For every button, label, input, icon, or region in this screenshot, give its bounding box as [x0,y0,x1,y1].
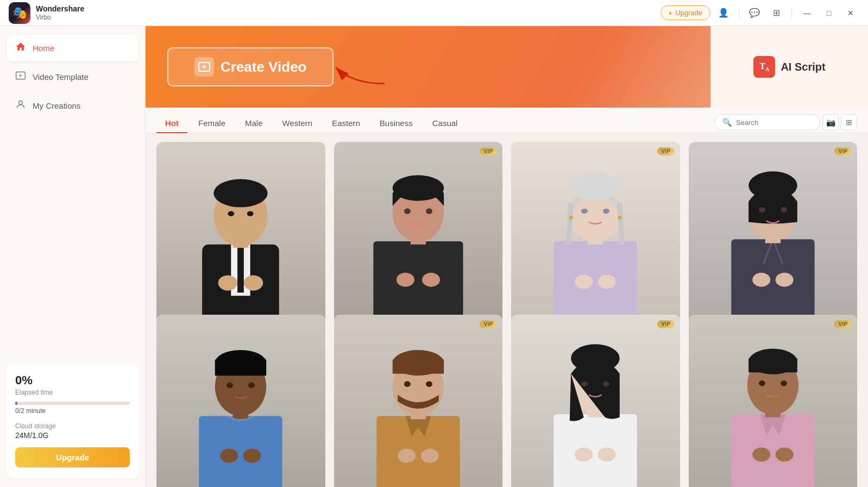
avatar-image-marcus [156,315,325,488]
progress-bar-fill [15,402,17,405]
hero-banner: Create Video TA AI Script [146,26,868,108]
close-button[interactable]: ✕ [842,4,859,22]
app-name-group: Wondershare Virbo [36,4,84,21]
avatar-card-marcus[interactable] [156,315,325,488]
svg-point-20 [393,175,444,201]
svg-point-79 [775,447,793,461]
svg-rect-63 [554,414,637,487]
svg-point-22 [426,208,432,214]
storage-label: Cloud storage [15,422,130,430]
svg-point-41 [759,207,765,213]
upgrade-button[interactable]: ♦ Upgrade [661,5,710,20]
tab-eastern[interactable]: Eastern [323,114,369,133]
divider2 [791,8,792,18]
svg-point-52 [220,448,238,463]
view-toggle: 📷 ⊞ [822,114,857,130]
title-bar-actions: ♦ Upgrade 👤 💬 ⊞ — □ ✕ [661,4,859,22]
tab-hot[interactable]: Hot [156,114,187,133]
svg-point-29 [581,209,588,214]
app-branding: 🎭 Wondershare Virbo [9,2,84,24]
svg-point-24 [422,273,440,287]
diamond-icon: ♦ [669,9,672,17]
sidebar-item-video-template[interactable]: Video Template [7,64,139,90]
svg-point-28 [571,173,620,201]
svg-rect-9 [237,248,244,293]
avatar-card-raj[interactable]: VIP [689,315,858,488]
vip-badge-raj: VIP [834,320,852,328]
ai-script-button[interactable]: TA AI Script [753,56,825,78]
maximize-button[interactable]: □ [820,4,838,22]
chat-icon-btn[interactable]: 💬 [746,4,763,22]
create-video-button[interactable]: Create Video [167,47,334,86]
svg-point-60 [426,381,432,387]
progress-bar-wrap [15,402,130,405]
avatar-card-alex[interactable]: VIP [334,315,503,488]
svg-point-23 [397,273,414,287]
grid-view-btn[interactable]: ⊞ [841,114,857,130]
create-video-label: Create Video [221,59,306,76]
svg-point-31 [569,216,573,220]
tab-female-label: Female [198,118,225,128]
avatar-image-alex [334,315,503,488]
my-creations-label: My Creations [33,101,80,110]
avatar-card-emma[interactable]: VIP [511,315,680,488]
avatar-image-sofia-staff [334,142,503,321]
svg-point-33 [575,274,593,289]
tabs-bar: Hot Female Male Western Eastern Business… [146,108,868,133]
sidebar-item-home[interactable]: Home [7,35,139,61]
ai-script-label: AI Script [781,61,825,73]
svg-point-69 [575,447,593,461]
tab-female[interactable]: Female [190,114,234,133]
progress-time: 0/2 minute [15,407,130,415]
svg-point-68 [603,381,609,386]
vip-badge-sofia-fashion: VIP [834,147,852,155]
upgrade-label: Upgrade [675,9,702,17]
svg-point-15 [218,275,237,290]
minimize-button[interactable]: — [798,4,816,22]
app-name: Wondershare [36,4,84,14]
svg-point-67 [581,381,588,386]
ai-script-panel[interactable]: TA AI Script [710,26,868,108]
tab-western[interactable]: Western [274,114,322,133]
search-box: 🔍 [714,114,820,130]
sidebar-stats-card: 0% Elapsed time 0/2 minute Cloud storage… [7,363,139,478]
svg-rect-49 [215,359,266,375]
tab-business[interactable]: Business [371,114,422,133]
svg-point-70 [598,447,616,461]
elapsed-percent: 0% [15,373,130,388]
svg-point-53 [243,448,261,463]
svg-point-34 [598,274,616,289]
avatar-image-yaowen [156,142,325,321]
svg-point-51 [248,382,255,388]
home-icon [15,41,26,55]
tab-casual[interactable]: Casual [424,114,467,133]
svg-rect-35 [731,239,814,321]
avatar-image-lily [511,142,680,321]
elapsed-label: Elapsed time [15,389,130,396]
search-input[interactable] [736,118,812,127]
avatar-image-raj [689,315,858,488]
tab-male[interactable]: Male [236,114,272,133]
tab-business-label: Business [380,118,413,128]
my-creations-icon [15,99,26,113]
apps-icon-btn[interactable]: ⊞ [768,4,785,22]
camera-view-btn[interactable]: 📷 [822,114,839,130]
vip-badge-lily: VIP [657,147,675,155]
storage-value: 24M/1.0G [15,431,130,440]
user-icon-btn[interactable]: 👤 [715,4,732,22]
sidebar: Home Video Template My Creations 0% Elap… [0,26,146,487]
vip-badge-alex: VIP [480,320,497,328]
svg-point-40 [749,171,797,199]
create-video-icon [194,57,214,77]
svg-point-59 [404,381,411,387]
sidebar-nav: Home Video Template My Creations [7,35,139,363]
svg-point-61 [398,448,416,463]
svg-point-16 [244,275,263,290]
sidebar-item-my-creations[interactable]: My Creations [7,92,139,119]
svg-point-13 [228,211,235,216]
svg-point-30 [603,209,609,214]
svg-point-44 [775,273,793,287]
sidebar-upgrade-button[interactable]: Upgrade [15,447,130,467]
vip-badge-sofia-staff: VIP [480,147,497,155]
svg-point-76 [759,380,765,386]
